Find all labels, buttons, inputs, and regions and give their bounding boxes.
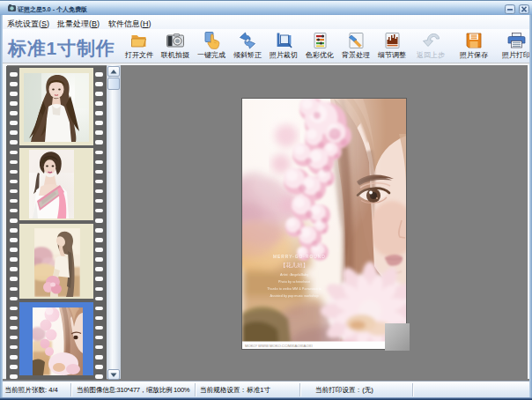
svg-text:MOKO! WWW.MOKO.CC/MXIAOXIAOXI: MOKO! WWW.MOKO.CC/MXIAOXIAOXI	[245, 344, 313, 348]
svg-text:Artist : AngelaBaby: Artist : AngelaBaby	[280, 273, 308, 277]
svg-text:MERRY-GO-ROUND: MERRY-GO-ROUND	[273, 255, 326, 259]
svg-text:Thanks to weibo MM & Parranoue: Thanks to weibo MM & Parranoue to	[267, 287, 321, 291]
svg-text:【花儿妞】: 【花儿妞】	[280, 262, 308, 269]
svg-text:Assisted by pop music workshop: Assisted by pop music workshop	[270, 294, 318, 298]
svg-text:Photo by schrineheiei: Photo by schrineheiei	[278, 280, 310, 284]
